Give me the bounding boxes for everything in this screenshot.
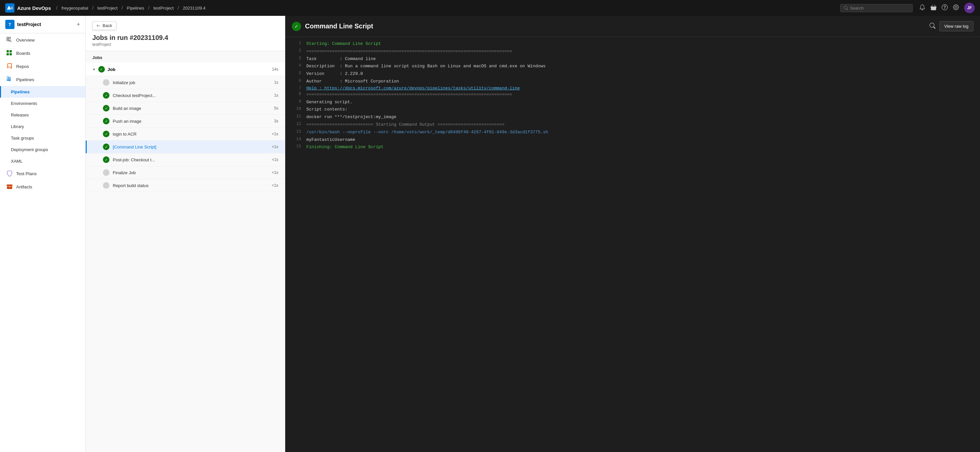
log-line: 4 Description : Run a command line scrip… bbox=[285, 63, 980, 70]
job-item-time: <1s bbox=[272, 170, 278, 175]
job-item[interactable]: ✓ [Command Line Script] <1s bbox=[86, 141, 285, 153]
sidebar-item-pipelines-parent[interactable]: Pipelines bbox=[0, 73, 85, 86]
job-item[interactable]: Report build status <1s bbox=[86, 179, 285, 192]
sep3: / bbox=[122, 5, 123, 11]
job-item[interactable]: ✓ Post-job: Checkout t... <1s bbox=[86, 153, 285, 166]
sidebar-item-task-groups[interactable]: Task groups bbox=[0, 132, 85, 144]
log-search-icon[interactable] bbox=[929, 23, 935, 30]
log-line-content: Description : Run a command line script … bbox=[306, 63, 976, 70]
sidebar-item-library-label: Library bbox=[11, 124, 24, 129]
log-line: 14 myFantasticUsername bbox=[285, 136, 980, 144]
azure-devops-logo bbox=[5, 3, 14, 13]
breadcrumb-run[interactable]: 20231109.4 bbox=[183, 6, 206, 11]
log-line: 13 /usr/bin/bash --noprofile --norc /hom… bbox=[285, 129, 980, 136]
log-line-content: Author : Microsoft Corporation bbox=[306, 78, 976, 85]
job-item-name: Initialize job bbox=[113, 80, 271, 85]
sidebar-item-xaml[interactable]: XAML bbox=[0, 155, 85, 167]
sidebar-item-deployment-groups[interactable]: Deployment groups bbox=[0, 144, 85, 155]
sidebar-item-library[interactable]: Library bbox=[0, 121, 85, 132]
log-line-content: ========================================… bbox=[306, 91, 976, 98]
job-item-time: 1s bbox=[274, 80, 278, 85]
sidebar-item-xaml-label: XAML bbox=[11, 159, 22, 164]
basket-icon[interactable] bbox=[931, 4, 937, 11]
log-line-content: ========================================… bbox=[306, 48, 976, 55]
sidebar-project-name: testProject bbox=[17, 22, 74, 27]
breadcrumb-section[interactable]: Pipelines bbox=[127, 6, 145, 11]
settings-icon[interactable] bbox=[953, 4, 959, 11]
sidebar-item-boards-label: Boards bbox=[16, 51, 30, 56]
job-item[interactable]: ✓ login to ACR <1s bbox=[86, 128, 285, 141]
sidebar-item-boards[interactable]: Boards bbox=[0, 46, 85, 60]
job-item-status: ✓ bbox=[103, 92, 110, 99]
job-item[interactable]: Finalize Job <1s bbox=[86, 166, 285, 179]
log-line-number: 11 bbox=[289, 114, 301, 119]
log-line-content: Generating script. bbox=[306, 99, 976, 106]
log-line-content: ========================== Starting Comm… bbox=[306, 121, 976, 128]
log-status-icon: ✓ bbox=[292, 22, 301, 31]
jobs-panel: Back Jobs in run #20231109.4 testProject… bbox=[86, 16, 285, 452]
sidebar-item-task-groups-label: Task groups bbox=[11, 136, 34, 141]
job-status-indicator: ✓ bbox=[98, 66, 105, 73]
sep4: / bbox=[148, 5, 150, 11]
job-group-header[interactable]: ▼ ✓ Job 14s bbox=[86, 63, 285, 76]
log-line-content: Starting: Command Line Script bbox=[306, 41, 976, 48]
user-avatar[interactable]: JF bbox=[964, 3, 975, 13]
log-link[interactable]: Help : https://docs.microsoft.com/azure/… bbox=[306, 86, 520, 91]
log-line-content: docker run ***/testproject:my_image bbox=[306, 114, 976, 121]
breadcrumb-org[interactable]: freygeospatial bbox=[61, 6, 88, 11]
sidebar-item-artifacts[interactable]: Artifacts bbox=[0, 180, 85, 193]
sidebar-item-test-plans-label: Test Plans bbox=[16, 171, 37, 176]
notifications-icon[interactable] bbox=[920, 4, 925, 11]
view-raw-log-button[interactable]: View raw log bbox=[939, 21, 974, 31]
log-line-number: 13 bbox=[289, 129, 301, 134]
log-line-number: 10 bbox=[289, 106, 301, 111]
job-item-time: <1s bbox=[272, 144, 278, 149]
sidebar-item-overview[interactable]: Overview bbox=[0, 34, 85, 46]
job-item-status bbox=[103, 79, 110, 86]
job-item-time: <1s bbox=[272, 157, 278, 162]
sidebar-item-environments[interactable]: Environments bbox=[0, 97, 85, 109]
add-project-button[interactable]: + bbox=[76, 21, 80, 28]
jobs-title: Jobs in run #20231109.4 bbox=[92, 34, 278, 42]
log-line: 1 Starting: Command Line Script bbox=[285, 40, 980, 48]
sidebar-item-test-plans[interactable]: Test Plans bbox=[0, 167, 85, 180]
jobs-list: ▼ ✓ Job 14s Initialize job 1s ✓ Checkout… bbox=[86, 63, 285, 452]
breadcrumb-project[interactable]: testProject bbox=[97, 6, 118, 11]
log-line-content: Script contents: bbox=[306, 106, 976, 113]
log-line: 7 Help : https://docs.microsoft.com/azur… bbox=[285, 85, 980, 91]
svg-rect-1 bbox=[6, 50, 9, 53]
job-item-status bbox=[103, 182, 110, 189]
log-line-number: 15 bbox=[289, 144, 301, 149]
job-item-status: ✓ bbox=[103, 131, 110, 137]
job-items-container: Initialize job 1s ✓ Checkout testProject… bbox=[86, 76, 285, 192]
log-line-number: 8 bbox=[289, 91, 301, 96]
log-line-content: Task : Command line bbox=[306, 56, 976, 63]
log-line-number: 7 bbox=[289, 86, 301, 91]
job-item-status: ✓ bbox=[103, 105, 110, 112]
sidebar-item-repos[interactable]: Repos bbox=[0, 60, 85, 73]
job-item-status: ✓ bbox=[103, 144, 110, 150]
log-line-content: myFantasticUsername bbox=[306, 137, 976, 144]
log-line-number: 2 bbox=[289, 48, 301, 53]
job-item-status: ✓ bbox=[103, 157, 110, 163]
log-line: 10 Script contents: bbox=[285, 106, 980, 113]
log-line-content: Version : 2.229.0 bbox=[306, 70, 976, 78]
job-item[interactable]: ✓ Push an image 3s bbox=[86, 115, 285, 128]
sidebar-item-releases[interactable]: Releases bbox=[0, 109, 85, 121]
back-button[interactable]: Back bbox=[92, 21, 116, 30]
job-item[interactable]: ✓ Build an image 5s bbox=[86, 102, 285, 115]
job-item[interactable]: ✓ Checkout testProject... 1s bbox=[86, 89, 285, 102]
log-line-number: 1 bbox=[289, 41, 301, 46]
svg-rect-2 bbox=[6, 53, 9, 56]
help-icon[interactable] bbox=[942, 4, 948, 11]
job-group-name: Job bbox=[108, 67, 269, 72]
job-item-time: 3s bbox=[274, 119, 278, 123]
job-item-name: Push an image bbox=[113, 119, 271, 124]
search-input[interactable] bbox=[850, 6, 909, 11]
breadcrumb-subsection[interactable]: testProject bbox=[153, 6, 173, 11]
sidebar-item-pipelines[interactable]: Pipelines bbox=[0, 86, 85, 97]
job-item-name: Post-job: Checkout t... bbox=[113, 157, 269, 162]
sidebar-item-artifacts-label: Artifacts bbox=[16, 184, 32, 189]
sidebar-item-deployment-groups-label: Deployment groups bbox=[11, 147, 48, 152]
job-item[interactable]: Initialize job 1s bbox=[86, 76, 285, 89]
